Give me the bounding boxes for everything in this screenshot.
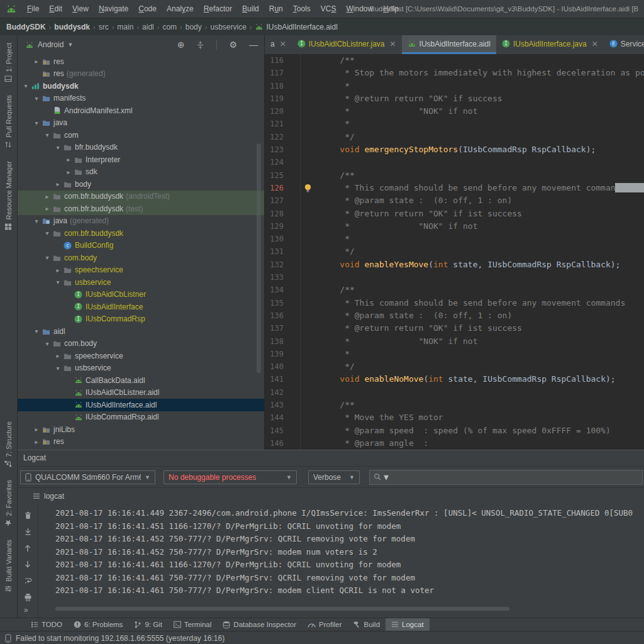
code-line[interactable]: 127 * @param state : (0: off, 1 : on) bbox=[265, 194, 644, 207]
chevron-down-icon[interactable]: ▾ bbox=[43, 131, 52, 138]
log-line[interactable]: 2021-08-17 16:16:41.461 1166-1270/? D/Pe… bbox=[55, 558, 644, 572]
tree-item[interactable]: ▾java bbox=[18, 117, 264, 130]
tree-item[interactable]: ▸jniLibs bbox=[18, 423, 264, 436]
editor-tab[interactable]: EServices.java bbox=[604, 35, 644, 54]
tree-item[interactable]: ▸com.bfr.buddysdk(test) bbox=[18, 203, 264, 215]
tree-item[interactable]: IIUsbCommadRsp bbox=[18, 313, 264, 326]
tree-item[interactable]: ▾java(generated) bbox=[18, 215, 264, 228]
code-line[interactable]: 142 bbox=[265, 386, 644, 399]
log-line[interactable]: 2021-08-17 16:16:41.452 750-777/? D/PerM… bbox=[55, 533, 644, 546]
breadcrumb-item[interactable]: src bbox=[99, 23, 109, 31]
tree-item[interactable]: ▾com.body bbox=[18, 338, 264, 350]
code-line[interactable]: 126 * This comand should be send before … bbox=[265, 182, 644, 194]
tree-item[interactable]: ▾com.bfr.buddysdk bbox=[18, 227, 264, 240]
chevron-right-icon[interactable]: ▸ bbox=[32, 426, 41, 433]
tree-item[interactable]: ▸res bbox=[18, 55, 264, 68]
hide-panel-icon[interactable]: — bbox=[249, 40, 258, 49]
arrow-up-button[interactable] bbox=[20, 541, 35, 555]
code-line[interactable]: 120 * "NOK" if not bbox=[265, 105, 644, 118]
scroll-end-button[interactable] bbox=[20, 525, 35, 538]
tree-item[interactable]: ▾com bbox=[18, 129, 264, 142]
tree-item[interactable]: ▸speechservice bbox=[18, 264, 264, 277]
process-selector[interactable]: No debuggable processes ▼ bbox=[164, 470, 297, 484]
chevron-right-icon[interactable]: ▸ bbox=[43, 193, 52, 200]
log-line[interactable]: 2021-08-17 16:16:41.461 750-777/? D/PerM… bbox=[55, 584, 644, 597]
log-line[interactable]: 2021-08-17 16:16:41.451 1166-1270/? D/Pe… bbox=[55, 520, 644, 533]
breadcrumb-item[interactable]: main bbox=[117, 23, 133, 31]
chevron-down-icon[interactable]: ▾ bbox=[32, 119, 41, 126]
editor-tab[interactable]: IIUsbAidlCbListner.java✕ bbox=[292, 35, 402, 54]
code-area[interactable]: 116 /**117 * Stop the motors immediately… bbox=[265, 54, 644, 450]
code-line[interactable]: 132 void enableYesMove(int state, IUsbCo… bbox=[265, 258, 644, 271]
printer-button[interactable] bbox=[20, 590, 35, 604]
code-line[interactable]: 124 bbox=[265, 156, 644, 169]
close-icon[interactable]: ✕ bbox=[389, 40, 396, 48]
chevron-down-icon[interactable]: ▾ bbox=[43, 340, 52, 347]
collapse-all-icon[interactable] bbox=[196, 41, 204, 49]
menu-navigate[interactable]: Navigate bbox=[94, 4, 133, 13]
chevron-down-icon[interactable]: ▾ bbox=[53, 279, 62, 286]
tree-item[interactable]: ▾buddysdk bbox=[18, 80, 264, 92]
tree-item[interactable]: ▸sdk bbox=[18, 166, 264, 179]
chevron-down-icon[interactable]: ▾ bbox=[21, 82, 30, 89]
log-line[interactable]: 2021-08-17 16:16:41.449 2367-2496/com.an… bbox=[55, 507, 644, 520]
tree-item[interactable]: ▸res bbox=[18, 436, 264, 448]
chevron-down-icon[interactable]: ▾ bbox=[43, 230, 52, 236]
log-line[interactable]: 2021-08-17 16:16:41.452 750-777/? D/PerM… bbox=[55, 546, 644, 559]
tool-strip-pull-requests[interactable]: Pull Requests bbox=[0, 89, 17, 155]
toolwindow--problems[interactable]: 6: Problems bbox=[68, 618, 128, 631]
code-line[interactable]: 130 * bbox=[265, 233, 644, 245]
tree-item[interactable]: cBuildConfig bbox=[18, 240, 264, 252]
editor-tab[interactable]: a✕ bbox=[265, 35, 292, 54]
code-line[interactable]: 145 * @param speed : speed (% of max spe… bbox=[265, 425, 644, 437]
tree-item[interactable]: ▾usbservice bbox=[18, 362, 264, 375]
toolwindow-profiler[interactable]: Profiler bbox=[302, 618, 347, 631]
tree-item[interactable]: AndroidManifest.xml bbox=[18, 104, 264, 117]
code-line[interactable]: 118 * bbox=[265, 80, 644, 92]
chevron-down-icon[interactable]: ▾ bbox=[384, 471, 389, 483]
tree-item[interactable]: IUsbAidlCbListner.aidl bbox=[18, 387, 264, 399]
chevron-down-icon[interactable]: ▾ bbox=[53, 365, 62, 372]
menu-vcs[interactable]: VCS bbox=[316, 4, 341, 13]
log-line[interactable]: 2021-08-17 16:16:41.461 750-777/? D/PerM… bbox=[55, 572, 644, 585]
more-icon[interactable]: » bbox=[24, 606, 28, 614]
breadcrumb-item[interactable]: body bbox=[186, 23, 202, 31]
chevron-right-icon[interactable]: ▸ bbox=[64, 156, 73, 163]
breadcrumb-item[interactable]: BuddySDK bbox=[6, 23, 46, 31]
toolwindow-build[interactable]: Build bbox=[348, 618, 386, 631]
breadcrumb-item[interactable]: aidl bbox=[142, 23, 154, 31]
menu-run[interactable]: Run bbox=[264, 4, 288, 13]
code-line[interactable]: 129 * "NOK" if not bbox=[265, 220, 644, 233]
menu-tools[interactable]: Tools bbox=[288, 4, 316, 13]
tree-item[interactable]: ▾usbservice bbox=[18, 276, 264, 289]
toolwindow-todo[interactable]: TODO bbox=[25, 618, 68, 631]
chevron-down-icon[interactable]: ▾ bbox=[53, 144, 62, 151]
soft-wrap-button[interactable] bbox=[20, 574, 35, 587]
breadcrumb-item[interactable]: buddysdk bbox=[54, 23, 90, 31]
tree-item[interactable]: ▸speechservice bbox=[18, 350, 264, 362]
tree-item[interactable]: ▸com.bfr.buddysdk(androidTest) bbox=[18, 191, 264, 203]
code-line[interactable]: 139 * bbox=[265, 348, 644, 360]
toolwindow-database-inspector[interactable]: Database Inspector bbox=[217, 618, 302, 631]
tree-item[interactable]: CallBackData.aidl bbox=[18, 374, 264, 387]
menu-view[interactable]: View bbox=[67, 4, 94, 13]
code-line[interactable]: 119 * @return return "OK" if success bbox=[265, 92, 644, 105]
toolwindow-terminal[interactable]: Terminal bbox=[168, 618, 217, 631]
arrow-down-button[interactable] bbox=[20, 557, 35, 571]
code-line[interactable]: 134 /** bbox=[265, 284, 644, 296]
code-line[interactable]: 138 * "NOK" if not bbox=[265, 335, 644, 348]
code-line[interactable]: 135 * This comand should be send before … bbox=[265, 297, 644, 309]
project-view-selector[interactable]: Android bbox=[38, 40, 64, 49]
menu-code[interactable]: Code bbox=[133, 4, 162, 13]
chevron-right-icon[interactable]: ▸ bbox=[32, 438, 41, 445]
intention-bulb-icon[interactable] bbox=[304, 184, 312, 193]
editor-tab[interactable]: IIUsbAidlInterface.java✕ bbox=[496, 35, 604, 54]
tree-item[interactable]: ▾bfr.buddysdk bbox=[18, 142, 264, 154]
code-line[interactable]: 116 /** bbox=[265, 54, 644, 67]
chevron-right-icon[interactable]: ▸ bbox=[43, 205, 52, 212]
tree-item[interactable]: ▸Interpreter bbox=[18, 153, 264, 166]
code-line[interactable]: 121 * bbox=[265, 118, 644, 130]
logcat-search-input[interactable]: ▾ bbox=[369, 470, 643, 485]
tree-scrollbar[interactable] bbox=[257, 143, 261, 373]
logcat-output[interactable]: 2021-08-17 16:16:41.449 2367-2496/com.an… bbox=[55, 507, 644, 606]
